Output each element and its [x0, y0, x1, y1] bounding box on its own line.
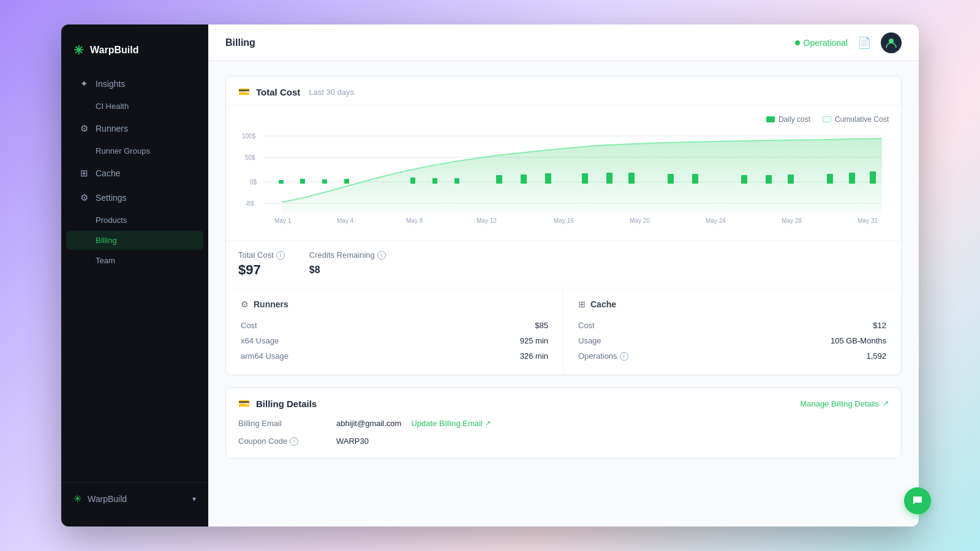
legend-daily: Daily cost — [766, 115, 810, 124]
total-cost-info-icon[interactable]: i — [276, 251, 285, 260]
sidebar-item-cache[interactable]: ⊞ Cache — [66, 162, 203, 185]
operations-info-icon[interactable]: i — [620, 352, 628, 361]
billing-details-left: 💳 Billing Details — [238, 398, 317, 409]
sidebar-item-label: CI Health — [96, 102, 129, 111]
update-link-icon: ↗ — [485, 419, 491, 427]
sidebar-item-billing[interactable]: Billing — [66, 231, 203, 250]
footer-logo-icon: ✳ — [74, 493, 81, 504]
runners-x64-label: x64 Usage — [241, 336, 279, 345]
sidebar-item-label: Runners — [96, 124, 128, 133]
legend-daily-box — [766, 116, 775, 122]
sidebar-item-runners[interactable]: ⚙ Runners — [66, 117, 203, 140]
runners-service-icon: ⚙ — [241, 299, 249, 309]
bar-may1 — [279, 180, 284, 184]
svg-text:50$: 50$ — [245, 154, 255, 161]
sidebar-item-insights[interactable]: ✦ Insights — [66, 72, 203, 96]
sidebar-item-settings[interactable]: ⚙ Settings — [66, 186, 203, 209]
cache-operations-label: Operations i — [578, 351, 628, 361]
content-area: 💳 Total Cost Last 30 days Daily cost Cum… — [208, 61, 919, 527]
runners-cost-value: $85 — [535, 321, 548, 330]
cache-usage-row: Usage 105 GB-Months — [578, 333, 886, 348]
sidebar-footer-left: ✳ WarpBuild — [74, 493, 127, 504]
bar-may21 — [870, 171, 876, 184]
chart-container: Daily cost Cumulative Cost — [226, 105, 901, 240]
runners-service-header: ⚙ Runners — [241, 299, 548, 309]
sidebar-logo[interactable]: ✳ WarpBuild — [61, 37, 208, 72]
settings-icon: ⚙ — [78, 192, 89, 203]
bar-may13 — [628, 173, 635, 184]
cache-service-header: ⊞ Cache — [578, 299, 886, 309]
update-email-link[interactable]: Update Billing Email ↗ — [411, 419, 490, 428]
runners-icon: ⚙ — [78, 123, 89, 134]
chart-svg-wrapper: 100$ 50$ 0$ -8$ — [238, 130, 889, 230]
svg-text:0$: 0$ — [250, 179, 257, 186]
sidebar-item-products[interactable]: Products — [66, 211, 203, 230]
sidebar-footer[interactable]: ✳ WarpBuild ▾ — [61, 482, 208, 514]
runners-cost-label: Cost — [241, 321, 257, 330]
sidebar-item-label: Runner Groups — [96, 146, 150, 156]
credits-label: Credits Remaining i — [309, 250, 386, 260]
credits-info-icon[interactable]: i — [377, 251, 386, 260]
cache-usage-label: Usage — [578, 336, 601, 345]
legend-cumulative: Cumulative Cost — [823, 115, 889, 124]
sidebar-item-label: Settings — [96, 193, 127, 203]
sidebar-item-ci-health[interactable]: CI Health — [66, 97, 203, 116]
runners-x64-value: 925 min — [520, 336, 548, 345]
header-actions: Operational 📄 — [795, 32, 902, 53]
avatar[interactable] — [881, 32, 902, 53]
sidebar-item-team[interactable]: Team — [66, 251, 203, 270]
status-badge: Operational — [795, 38, 848, 48]
sidebar-item-label: Cache — [96, 168, 120, 178]
billing-email-row: Billing Email abhijit@gmail.com Update B… — [238, 419, 889, 428]
runners-arm64-value: 326 min — [520, 351, 548, 361]
bar-may12 — [606, 173, 612, 184]
bar-may2 — [300, 179, 305, 184]
svg-text:May 12: May 12 — [477, 217, 497, 224]
legend-daily-label: Daily cost — [778, 115, 810, 124]
billing-details-title: Billing Details — [256, 399, 317, 409]
cache-icon: ⊞ — [78, 168, 89, 179]
logo-icon: ✳ — [74, 43, 84, 58]
sidebar-item-label: Billing — [96, 236, 117, 245]
manage-billing-link[interactable]: Manage Billing Details ↗ — [800, 399, 889, 408]
cost-icon: 💳 — [238, 86, 250, 97]
billing-details-header: 💳 Billing Details Manage Billing Details… — [226, 388, 901, 419]
summary-row: Total Cost i $97 Credits Remaining i $8 — [226, 240, 901, 288]
sidebar-item-label: Team — [96, 256, 115, 265]
cache-cost-label: Cost — [578, 321, 595, 330]
chat-button[interactable] — [904, 487, 931, 514]
svg-text:May 8: May 8 — [406, 217, 423, 224]
bar-may19 — [827, 174, 833, 184]
bar-may11 — [582, 173, 588, 184]
bar-may15 — [692, 174, 698, 184]
header: Billing Operational 📄 — [208, 24, 919, 61]
cache-service-icon: ⊞ — [578, 299, 586, 309]
billing-email-value: abhijit@gmail.com — [336, 419, 401, 428]
runners-arm64-row: arm64 Usage 326 min — [241, 348, 548, 364]
credits-summary: Credits Remaining i $8 — [309, 250, 386, 278]
svg-text:May 16: May 16 — [554, 217, 574, 224]
svg-text:May 4: May 4 — [337, 217, 354, 224]
runners-x64-row: x64 Usage 925 min — [241, 333, 548, 348]
document-icon[interactable]: 📄 — [858, 36, 871, 50]
legend-cumulative-box — [823, 116, 831, 122]
bar-may20 — [849, 173, 855, 184]
credits-value: $8 — [309, 262, 386, 276]
coupon-info-icon[interactable]: i — [290, 437, 298, 446]
cache-service-card: ⊞ Cache Cost $12 Usage 105 GB-Months — [564, 288, 901, 375]
svg-text:May 31: May 31 — [858, 217, 878, 224]
chart-legend: Daily cost Cumulative Cost — [238, 115, 889, 124]
bar-may6 — [432, 178, 437, 184]
update-email-label: Update Billing Email — [411, 419, 482, 428]
status-dot — [795, 40, 800, 45]
bar-may10 — [545, 173, 551, 184]
bar-may7 — [454, 178, 459, 184]
svg-text:May 1: May 1 — [274, 217, 292, 224]
svg-text:100$: 100$ — [242, 133, 256, 140]
chevron-down-icon: ▾ — [192, 495, 196, 503]
sidebar-item-runner-groups[interactable]: Runner Groups — [66, 141, 203, 160]
total-cost-title: Total Cost — [256, 87, 300, 97]
sidebar-item-label: Products — [96, 216, 127, 225]
manage-billing-label: Manage Billing Details — [800, 399, 879, 408]
billing-email-label: Billing Email — [238, 419, 336, 428]
